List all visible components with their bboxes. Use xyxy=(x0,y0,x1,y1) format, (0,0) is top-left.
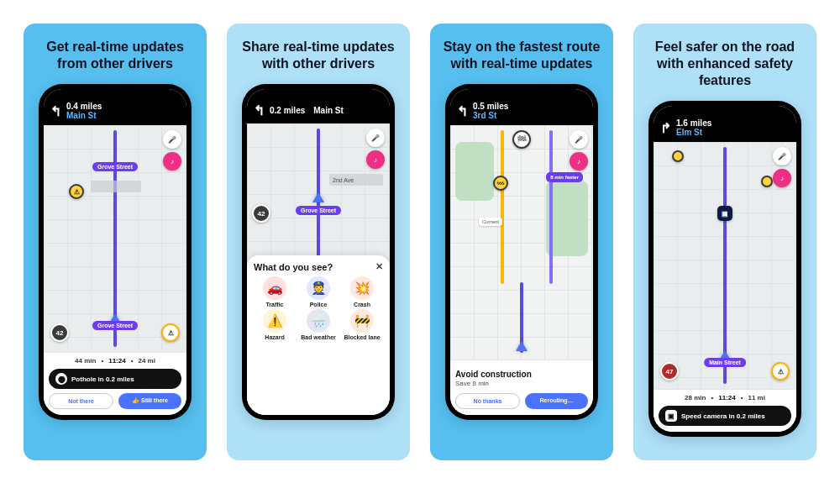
music-button[interactable]: ♪ xyxy=(570,152,588,171)
eta-row: 28 min• 11:24• 11 mi xyxy=(659,394,791,402)
report-police[interactable]: 👮Police xyxy=(297,276,339,307)
turn-right-icon: ↱ xyxy=(660,120,671,136)
report-crash[interactable]: 💥Crash xyxy=(341,276,383,307)
headline: Stay on the fastest route with real-time… xyxy=(430,39,613,84)
street-pill: Main Street xyxy=(704,358,746,367)
nav-distance: 0.4 miles xyxy=(66,102,102,112)
traffic-icon: 🚗 xyxy=(263,276,286,300)
prompt-subtitle: Save 8 min xyxy=(455,380,588,387)
screenshot-card-3: Stay on the fastest route with real-time… xyxy=(430,24,613,460)
nav-distance: 1.6 miles xyxy=(676,119,711,129)
weather-icon: 🌧️ xyxy=(307,309,330,333)
hazard-icon: ⚠️ xyxy=(263,309,286,333)
destination-icon: 🏁 xyxy=(512,130,531,149)
speed-camera-marker-icon[interactable]: ▣ xyxy=(717,206,732,221)
bottom-panel: 28 min• 11:24• 11 mi ▣ Speed camera in 0… xyxy=(654,389,796,432)
report-weather[interactable]: 🌧️Bad weather xyxy=(297,309,339,340)
phone-notch xyxy=(700,106,750,118)
nav-text: 0.5 miles 3rd St xyxy=(473,102,508,120)
report-sheet: What do you see? ✕ 🚗Traffic 👮Police 💥Cra… xyxy=(247,255,390,415)
bottom-panel: 44 min• 11:24• 24 mi ⬤ Pothole in 0.2 mi… xyxy=(44,352,186,415)
phone-frame: ↰ 0.2 miles Main St 🎤 ♪ 2nd Ave 42 Grove… xyxy=(242,84,395,420)
not-there-button[interactable]: Not there xyxy=(49,393,113,409)
hazard-badge-icon[interactable]: ⚠ xyxy=(161,323,180,342)
still-there-button[interactable]: 👍 Still there xyxy=(118,393,181,409)
current-route-label: Current xyxy=(479,218,502,226)
route-line xyxy=(723,147,727,384)
park-shape xyxy=(455,142,494,201)
police-icon: 👮 xyxy=(307,276,330,300)
construction-marker-icon[interactable]: 🚧 xyxy=(493,176,508,191)
no-thanks-button[interactable]: No thanks xyxy=(455,393,520,409)
eta-arrival: 11:24 xyxy=(108,357,125,365)
phone-notch xyxy=(496,89,547,101)
marker-icon[interactable] xyxy=(672,150,684,162)
reroute-buttons: No thanks Rerouting… xyxy=(455,393,588,409)
eta-duration: 28 min xyxy=(685,394,706,402)
turn-left-icon: ↰ xyxy=(254,102,265,118)
current-route-line xyxy=(501,130,504,284)
nav-distance: 0.5 miles xyxy=(473,102,508,112)
screenshot-card-2: Share real-time updates with other drive… xyxy=(227,24,410,460)
headline: Share real-time updates with other drive… xyxy=(227,39,410,84)
voice-search-button[interactable]: 🎤 xyxy=(366,129,385,147)
alert-text: Speed camera in 0.2 miles xyxy=(681,412,765,420)
turn-left-icon: ↰ xyxy=(457,103,468,119)
nav-distance: 0.2 miles xyxy=(270,106,305,115)
turn-left-icon: ↰ xyxy=(50,103,61,119)
nav-text: 0.4 miles Main St xyxy=(66,102,102,120)
eta-arrival: 11:24 xyxy=(718,394,735,402)
phone-notch xyxy=(293,89,344,101)
current-location-icon xyxy=(516,341,528,351)
eta-duration: 44 min xyxy=(75,357,96,365)
reroute-prompt: Avoid construction Save 8 min xyxy=(455,365,588,389)
nav-text: 1.6 miles Elm St xyxy=(676,119,711,137)
marker-icon[interactable] xyxy=(761,176,773,187)
eta-distance: 24 mi xyxy=(138,357,155,365)
current-location-icon xyxy=(312,192,324,202)
alert-text: Pothole in 0.2 miles xyxy=(71,375,134,383)
nav-street: Elm St xyxy=(676,129,711,138)
map-view[interactable]: 🎤 ♪ 🏁 🚧 8 min faster Current xyxy=(450,125,593,360)
map-view[interactable]: 🎤 ♪ ▣ Main Street 47 ⚠ xyxy=(654,142,796,389)
map-view[interactable]: 🎤 ♪ 2nd Ave 42 Grove Street What do you … xyxy=(247,123,390,415)
report-grid: 🚗Traffic 👮Police 💥Crash ⚠️Hazard 🌧️Bad w… xyxy=(254,276,383,340)
eta-row: 44 min• 11:24• 24 mi xyxy=(49,357,181,365)
music-button[interactable]: ♪ xyxy=(163,152,181,171)
report-lane[interactable]: 🚧Blocked lane xyxy=(341,309,383,340)
hazard-marker-icon[interactable]: ⚠ xyxy=(69,184,84,199)
report-traffic[interactable]: 🚗Traffic xyxy=(254,276,296,307)
report-hazard[interactable]: ⚠️Hazard xyxy=(254,309,296,340)
phone-screen: ↰ 0.5 miles 3rd St 🎤 ♪ 🏁 🚧 8 min faster … xyxy=(450,89,593,415)
headline: Get real-time updates from other drivers xyxy=(24,39,207,84)
phone-screen: ↱ 1.6 miles Elm St 🎤 ♪ ▣ Main Street 47 … xyxy=(654,106,796,432)
phone-frame: ↱ 1.6 miles Elm St 🎤 ♪ ▣ Main Street 47 … xyxy=(648,101,801,437)
map-view[interactable]: 🎤 ♪ Grove Street ⚠ 42 ⚠ Grove Street xyxy=(44,125,186,352)
eta-distance: 11 mi xyxy=(748,394,764,402)
music-button[interactable]: ♪ xyxy=(366,150,385,169)
headline: Feel safer on the road with enhanced saf… xyxy=(633,39,816,101)
prompt-title: Avoid construction xyxy=(455,370,588,379)
screenshot-card-4: Feel safer on the road with enhanced saf… xyxy=(633,24,816,460)
confirm-buttons: Not there 👍 Still there xyxy=(49,393,181,409)
crash-icon: 💥 xyxy=(350,276,374,300)
phone-notch xyxy=(90,89,140,101)
voice-search-button[interactable]: 🎤 xyxy=(773,147,791,165)
cone-icon: 🚧 xyxy=(350,309,374,333)
street-pill: Grove Street xyxy=(296,206,341,215)
hazard-alert: ⬤ Pothole in 0.2 miles xyxy=(49,369,181,389)
phone-frame: ↰ 0.5 miles 3rd St 🎤 ♪ 🏁 🚧 8 min faster … xyxy=(445,84,598,420)
nav-street: Main St xyxy=(66,112,102,121)
road-label: 2nd Ave xyxy=(329,174,383,186)
voice-search-button[interactable]: 🎤 xyxy=(163,130,181,149)
music-button[interactable]: ♪ xyxy=(773,169,791,187)
rerouting-button[interactable]: Rerouting… xyxy=(525,393,588,409)
hazard-badge-icon[interactable]: ⚠ xyxy=(771,362,790,381)
faster-badge: 8 min faster xyxy=(546,172,583,182)
phone-screen: ↰ 0.4 miles Main St 🎤 ♪ Grove Street ⚠ 4… xyxy=(44,89,186,415)
phone-screen: ↰ 0.2 miles Main St 🎤 ♪ 2nd Ave 42 Grove… xyxy=(247,89,390,415)
close-button[interactable]: ✕ xyxy=(375,261,383,272)
road-segment xyxy=(91,181,141,192)
voice-search-button[interactable]: 🎤 xyxy=(570,130,588,149)
camera-alert: ▣ Speed camera in 0.2 miles xyxy=(659,406,791,426)
